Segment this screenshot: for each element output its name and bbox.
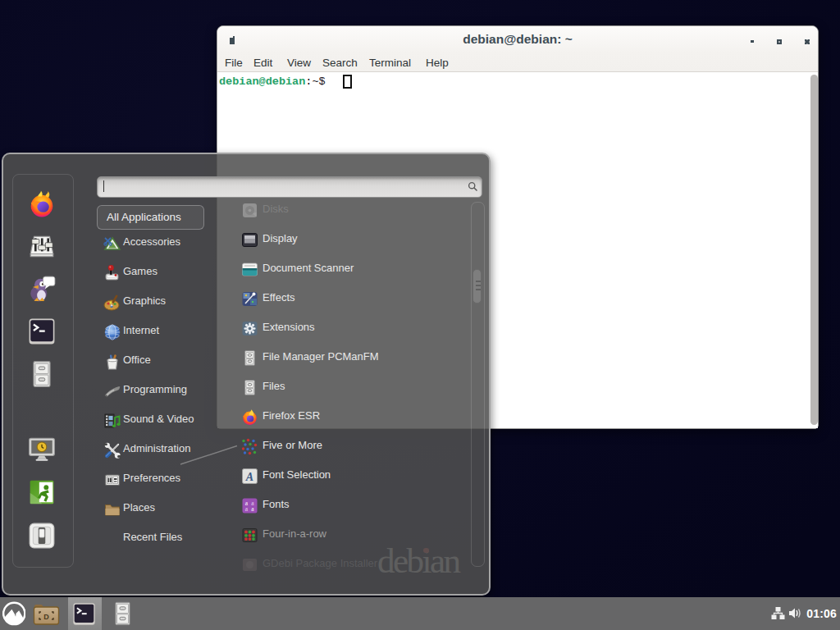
svg-text:A: A <box>245 471 253 483</box>
svg-text:D: D <box>43 613 49 621</box>
